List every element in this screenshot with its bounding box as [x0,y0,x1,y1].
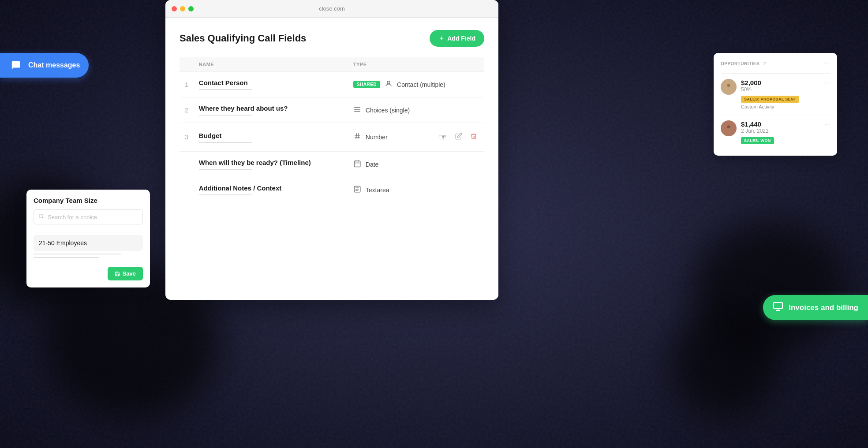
status-badge: SALES: PROPOSAL SENT [741,96,799,103]
add-field-label: Add Field [447,35,475,42]
field-name: Additional Notes / Context [199,184,343,192]
field-type: Choices (single) [353,105,479,115]
opp-date: 2 Jun, 2021 [741,128,820,134]
field-name-cell: Where they heard about us? [194,97,348,123]
type-label: Choices (single) [366,107,410,114]
table-row: When will they be ready? (Timeline) Date [180,152,484,177]
row-number [180,177,194,203]
opp-amount: $1,440 [741,120,820,128]
table-row: 3 Budget [180,123,484,152]
type-label: Textarea [366,187,389,194]
svg-point-19 [727,125,730,128]
type-label: Contact (multiple) [397,81,445,88]
page-title: Sales Qualifying Call Fields [180,33,306,44]
field-type-cell: Choices (single) [348,97,484,123]
invoices-billing-badge[interactable]: Invoices and billing [763,295,868,320]
window-titlebar: close.com [165,0,498,18]
field-name-cell: Additional Notes / Context [194,177,348,203]
field-type: Date [353,160,479,169]
field-type: Number [353,132,388,142]
svg-line-7 [358,133,359,139]
chat-messages-badge[interactable]: Chat messages [0,53,89,78]
calendar-icon [353,160,361,169]
list-icon [353,105,361,115]
opp-header: OPPORTUNITIES 2 ··· [721,59,830,67]
opp-title-group: OPPORTUNITIES 2 [721,59,766,67]
table-row: Additional Notes / Context Textarea [180,177,484,203]
opportunities-title: OPPORTUNITIES [721,61,760,66]
field-type-cell: SHARED Contact (multiple) [348,72,484,97]
field-type: Contact (multiple) [385,80,445,90]
field-type-cell: Date [348,152,484,177]
field-type-cell: Textarea [348,177,484,203]
fields-table: NAME TYPE 1 Contact Person SHARED [180,57,484,202]
invoice-icon [773,301,783,314]
opp-percent: 50% [741,86,820,93]
dropdown-title: Company Team Size [34,197,143,204]
col-name: NAME [194,57,348,72]
add-field-button[interactable]: ＋ Add Field [430,30,484,47]
cursor-pointer: ☞ [437,130,449,144]
field-underline [199,194,252,195]
col-num [180,57,194,72]
invoices-label: Invoices and billing [789,303,858,312]
opportunity-item: $1,440 2 Jun, 2021 SALES: WON ··· [721,115,830,149]
dropdown-search[interactable]: Search for a choice [34,209,143,224]
activity-label: Custom Activity [741,104,820,109]
window-content: Sales Qualifying Call Fields ＋ Add Field… [165,18,498,300]
opp-info: $2,000 50% SALES: PROPOSAL SENT Custom A… [741,79,820,109]
shared-badge: SHARED [353,81,380,88]
avatar [721,79,737,95]
svg-line-6 [356,133,357,139]
edit-button[interactable] [453,131,464,143]
svg-rect-8 [354,161,360,167]
save-button[interactable]: Save [108,267,143,280]
item-more-icon[interactable]: ··· [824,120,830,128]
more-options-icon[interactable]: ··· [824,59,830,67]
col-type: TYPE [348,57,484,72]
field-name: Where they heard about us? [199,105,343,112]
type-label: Number [366,134,388,141]
opp-info: $1,440 2 Jun, 2021 SALES: WON [741,120,820,144]
svg-point-18 [727,84,730,87]
window-minimize-dot[interactable] [180,6,185,11]
svg-line-17 [42,217,43,218]
textarea-icon [353,185,361,195]
field-type: Textarea [353,185,479,195]
table-row: 1 Contact Person SHARED [180,72,484,97]
window-close-dot[interactable] [172,6,177,11]
selected-choice[interactable]: 21-50 Employees [34,235,143,251]
delete-button[interactable] [468,131,479,143]
field-name-cell: Budget [194,123,348,152]
field-name-cell: Contact Person [194,72,348,97]
opportunities-count: 2 [763,61,766,66]
item-more-icon[interactable]: ··· [824,79,830,87]
row-number: 1 [180,72,194,97]
row-number: 3 [180,123,194,152]
svg-point-0 [387,81,390,84]
svg-point-16 [39,214,43,218]
divider [34,232,143,232]
hash-icon [353,132,361,142]
field-name: Contact Person [199,79,343,86]
opp-amount: $2,000 [741,79,820,86]
search-icon [38,213,44,220]
field-name-cell: When will they be ready? (Timeline) [194,152,348,177]
field-type-cell: Number ☞ [348,123,484,152]
field-name: When will they be ready? (Timeline) [199,159,343,166]
window-controls [172,6,194,11]
field-underline [199,142,252,143]
status-badge: SALES: WON [741,137,774,144]
row-number [180,152,194,177]
field-underline [199,169,252,170]
footer-line-2 [34,257,99,258]
search-placeholder: Search for a choice [48,214,97,220]
field-underline [199,89,252,90]
window-header: Sales Qualifying Call Fields ＋ Add Field [180,30,484,47]
field-underline [199,115,252,116]
contact-icon [385,80,393,90]
table-row: 2 Where they heard about us? Cho [180,97,484,123]
opportunities-panel: OPPORTUNITIES 2 ··· $2,000 50% SALES: PR… [714,53,837,156]
window-maximize-dot[interactable] [188,6,194,11]
field-name: Budget [199,132,343,139]
